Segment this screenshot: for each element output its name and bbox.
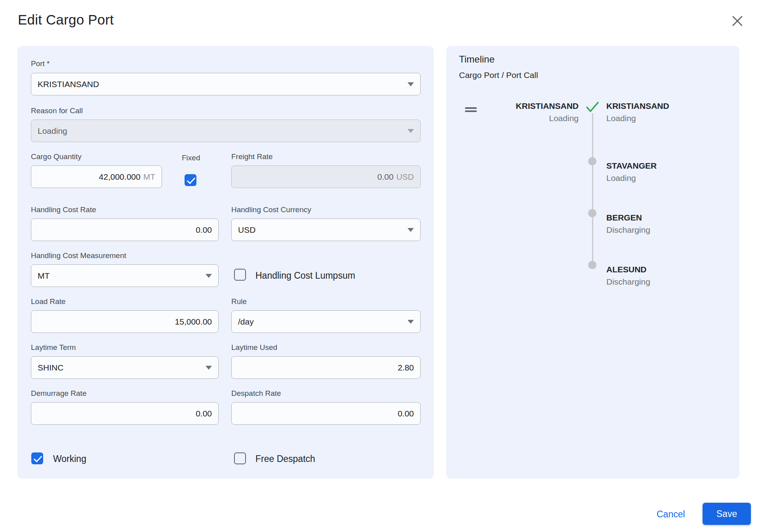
despatch-rate-value: 0.00 [398, 409, 414, 418]
handling-cost-lumpsum-label: Handling Cost Lumpsum [255, 270, 355, 281]
timeline-subtitle: Cargo Port / Port Call [459, 70, 538, 80]
edit-cargo-port-dialog: Edit Cargo Port Port * KRISTIANSAND Reas… [0, 0, 758, 532]
load-rate-input[interactable]: 15,000.00 [31, 310, 219, 333]
port-select[interactable]: KRISTIANSAND [31, 73, 421, 95]
handling-cost-currency-label: Handling Cost Currency [231, 205, 311, 214]
demurrage-rate-value: 0.00 [196, 409, 212, 418]
cancel-button[interactable]: Cancel [653, 506, 689, 523]
handling-cost-currency-select[interactable]: USD [231, 218, 421, 241]
freight-rate-input: 0.00 USD [231, 165, 421, 188]
timeline-port-name: KRISTIANSAND [606, 100, 669, 112]
handling-cost-lumpsum-checkbox[interactable] [234, 269, 246, 281]
cargo-quantity-input[interactable]: 42,000.000 MT [31, 165, 162, 188]
freight-rate-value: 0.00 [377, 172, 394, 182]
timeline-current-entry: KRISTIANSAND Loading [494, 100, 579, 124]
chevron-down-icon [206, 274, 212, 278]
freight-rate-unit: USD [396, 172, 414, 182]
handling-cost-rate-label: Handling Cost Rate [31, 205, 96, 214]
timeline-connector-line [592, 113, 593, 265]
fixed-checkbox[interactable] [185, 174, 196, 186]
timeline-item: BERGEN Discharging [606, 211, 650, 236]
port-value: KRISTIANSAND [38, 80, 99, 89]
chevron-down-icon [408, 228, 414, 232]
timeline-dot [588, 261, 596, 269]
handling-cost-rate-value: 0.00 [196, 225, 212, 235]
chevron-down-icon [408, 82, 414, 86]
timeline-port-call: Loading [606, 112, 669, 124]
rule-value: /day [238, 317, 254, 327]
despatch-rate-label: Despatch Rate [231, 389, 281, 398]
laytime-used-value: 2.80 [398, 363, 414, 372]
working-label: Working [53, 453, 86, 464]
freight-rate-label: Freight Rate [231, 152, 273, 161]
timeline-dot [588, 157, 596, 165]
laytime-term-select[interactable]: SHINC [31, 356, 219, 379]
close-button[interactable] [729, 13, 745, 29]
cargo-quantity-value: 42,000.000 [99, 172, 141, 182]
load-rate-label: Load Rate [31, 297, 66, 306]
reason-for-call-value: Loading [38, 126, 67, 136]
dialog-title: Edit Cargo Port [18, 12, 114, 28]
timeline-item: ALESUND Discharging [606, 263, 650, 288]
demurrage-rate-input[interactable]: 0.00 [31, 402, 219, 425]
save-button[interactable]: Save [703, 503, 751, 525]
timeline-port-call: Loading [606, 172, 657, 184]
reason-for-call-select: Loading [31, 120, 421, 142]
laytime-used-label: Laytime Used [231, 343, 277, 352]
handling-cost-measurement-select[interactable]: MT [31, 264, 219, 287]
laytime-term-value: SHINC [38, 363, 63, 372]
timeline-port-name: BERGEN [606, 211, 650, 224]
cargo-quantity-unit: MT [143, 172, 155, 182]
drag-handle-icon[interactable] [465, 107, 477, 112]
cargo-quantity-label: Cargo Quantity [31, 152, 82, 161]
reason-for-call-label: Reason for Call [31, 106, 83, 115]
handling-cost-measurement-label: Handling Cost Measurement [31, 251, 126, 260]
despatch-rate-input[interactable]: 0.00 [231, 402, 421, 425]
cargo-port-form-panel: Port * KRISTIANSAND Reason for Call Load… [17, 46, 434, 479]
port-label: Port * [31, 59, 50, 68]
timeline-item: STAVANGER Loading [606, 160, 657, 184]
timeline-port-call: Discharging [606, 276, 650, 288]
timeline-panel: Timeline Cargo Port / Port Call KRISTIAN… [446, 46, 739, 479]
demurrage-rate-label: Demurrage Rate [31, 389, 86, 398]
rule-select[interactable]: /day [231, 310, 421, 333]
fixed-label: Fixed [182, 154, 200, 162]
timeline-port-call: Discharging [606, 224, 650, 236]
working-checkbox[interactable] [31, 452, 43, 464]
check-icon [586, 101, 599, 112]
timeline-port-name: KRISTIANSAND [494, 100, 579, 112]
timeline-port-call: Loading [494, 112, 579, 124]
close-icon [731, 15, 743, 27]
timeline-title: Timeline [459, 54, 495, 65]
chevron-down-icon [408, 129, 414, 133]
laytime-term-label: Laytime Term [31, 343, 76, 352]
timeline-dot [588, 209, 596, 217]
free-despatch-label: Free Despatch [255, 453, 315, 464]
handling-cost-currency-value: USD [238, 225, 255, 235]
handling-cost-measurement-value: MT [38, 271, 50, 281]
laytime-used-input[interactable]: 2.80 [231, 356, 421, 379]
chevron-down-icon [408, 320, 414, 324]
rule-label: Rule [231, 297, 247, 306]
handling-cost-rate-input[interactable]: 0.00 [31, 218, 219, 241]
timeline-item: KRISTIANSAND Loading [606, 100, 669, 124]
timeline-port-name: ALESUND [606, 263, 650, 276]
load-rate-value: 15,000.00 [175, 317, 212, 327]
timeline-port-name: STAVANGER [606, 160, 657, 172]
free-despatch-checkbox[interactable] [234, 452, 246, 464]
chevron-down-icon [206, 366, 212, 370]
